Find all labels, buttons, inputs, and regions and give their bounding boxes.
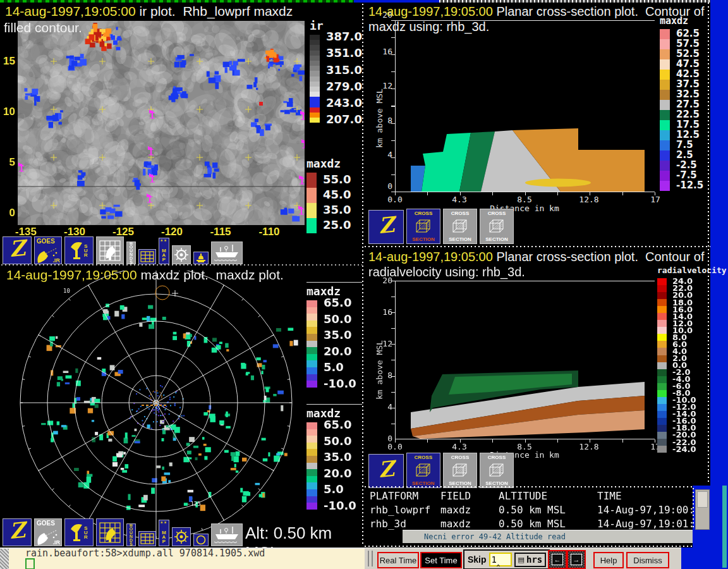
xsec-maxdz-title: 14-aug-1997,19:05:00 Planar cross-sectio…: [368, 4, 704, 19]
colorbar-value: -24.0: [672, 445, 696, 453]
colorbar-value: 35.0: [324, 451, 351, 463]
colorbar-ir: ir387.0351.0315.0279.0243.0207.0: [310, 19, 364, 32]
toolbar-button-buoy[interactable]: [193, 252, 209, 264]
toolbar-button-xsection[interactable]: CROSSSECTION: [443, 453, 477, 488]
toolbar-button-zlogo[interactable]: Z: [3, 518, 32, 546]
toolbar-button-xsection[interactable]: CROSSSECTION: [406, 453, 440, 488]
goes-ir-icon: GOES.IR: [35, 237, 61, 264]
ir-ytick: 15: [1, 55, 15, 68]
ir-xtick: -110: [255, 226, 284, 238]
zebra-logo-icon: Z: [8, 236, 27, 262]
step-forward-button[interactable]: →: [567, 550, 586, 569]
colorbar-value: 47.5: [676, 59, 700, 69]
help-button[interactable]: Help: [593, 552, 624, 568]
step-back-button[interactable]: ←: [548, 550, 567, 569]
window-border: [365, 246, 710, 247]
toolbar-button-zlogo[interactable]: Z: [368, 454, 404, 488]
toolbar-button-ship[interactable]: [211, 523, 243, 546]
real-time-button[interactable]: Real Time: [377, 552, 419, 568]
skip-label: Skip: [468, 554, 487, 565]
table-scrollbar[interactable]: [695, 489, 710, 530]
colorbar-value: 45.0: [323, 189, 351, 200]
cross-section-icon: CROSS: [488, 455, 506, 460]
bounds-icon: BOUNDS: [130, 242, 133, 264]
toolbar-button-sur[interactable]: SUR: [64, 518, 94, 546]
set-time-button[interactable]: Set Time: [420, 552, 462, 568]
grip[interactable]: [368, 551, 369, 566]
toolbar-button-ship[interactable]: [211, 242, 243, 264]
colorbar-scale: [660, 29, 670, 191]
toolbar-button-gear[interactable]: [172, 245, 191, 264]
panel-xsec-radialvelocity: 14-aug-1997,19:05:00 Planar cross-sectio…: [365, 248, 710, 486]
colorbar-value: 20.0: [324, 468, 351, 479]
skip-input-wrap: ^: [489, 553, 512, 566]
colorbar-value: 243.0: [326, 97, 362, 109]
ppi-label-topleft: 10: [63, 288, 70, 294]
terminal-window[interactable]: rain.beaufort:58>xdump.all 970814.1905.x…: [0, 548, 365, 569]
platform-table: PLATFORMFIELDALTITUDETIMErhb_lowprfmaxdz…: [370, 489, 689, 531]
colorbar-value: 12.5: [676, 130, 700, 140]
radar-ppi-display[interactable]: [6, 271, 301, 542]
colorbar-value: 35.0: [323, 204, 351, 216]
colorbar-maxdz-1: maxdz65.050.035.020.05.0-10.0: [306, 284, 363, 298]
panel-ppi-plot: 14-aug-1997,19:05:00 maxdz plot. maxdz p…: [0, 266, 364, 548]
terminal-resize-stipple[interactable]: [0, 549, 9, 569]
ir-title: 14-aug-1997,19:05:00 ir plot. Rhb_lowprf…: [5, 4, 293, 19]
cross-section-icon: CROSS: [451, 211, 469, 216]
toolbar-button-gridradar[interactable]: [96, 518, 124, 546]
toolbar-button-xsection[interactable]: CROSSSECTION: [480, 453, 514, 488]
toolbar-button-xsection[interactable]: CROSSSECTION: [443, 209, 477, 244]
toolbar-button-map[interactable]: ✶✶MAP: [159, 520, 169, 546]
toolbar-button-zlogo[interactable]: Z: [3, 236, 32, 264]
xsec-vel-buttons: ZCROSSSECTIONCROSSSECTIONCROSSSECTION: [368, 454, 514, 488]
toolbar-button-xsection[interactable]: CROSSSECTION: [480, 209, 514, 244]
terminal-prompt: rain.beaufort:58>xdump.all 970814.1905.x…: [25, 548, 265, 559]
ytick: 12: [377, 81, 392, 90]
toolbar-button-bounds[interactable]: BOUNDS: [126, 242, 136, 264]
table-row: rhb_lowprfmaxdz0.50 km MSL14-Aug-97,19:0…: [370, 503, 689, 517]
cross-section-icon: CROSS: [415, 211, 432, 216]
colorbar-value: 207.0: [326, 114, 362, 125]
left-arrow-icon: ←: [552, 554, 563, 565]
toolbar-button-gridradar[interactable]: [96, 236, 124, 264]
xtick: 4.3: [447, 195, 472, 204]
toolbar-button-gear[interactable]: [172, 527, 191, 546]
toolbar-button-goes[interactable]: GOES.IR: [34, 518, 62, 546]
xsec-maxdz-contours[interactable]: [395, 20, 655, 192]
colorbar-scale: [310, 35, 320, 123]
xsec-vel-contours[interactable]: [395, 281, 655, 439]
toolbar-button-grid[interactable]: [138, 249, 156, 264]
scrollbar-thumb[interactable]: [697, 491, 708, 508]
ytick: 4: [377, 150, 392, 159]
colorbar-value: 50.0: [324, 436, 351, 447]
ir-ytick: 5: [1, 156, 15, 169]
ppi-toolbar: ZGOES.IRSURBOUNDS✶✶MAP: [3, 517, 243, 546]
satellite-ir-image[interactable]: [18, 21, 305, 225]
desktop-right-strip: [710, 0, 728, 569]
toolbar-button-grid[interactable]: [138, 531, 156, 546]
ytick: 4: [377, 402, 392, 412]
toolbar-button-xsection[interactable]: CROSSSECTION: [406, 209, 440, 244]
colorbar-maxdz-2: maxdz65.050.035.020.05.0-10.0: [306, 407, 363, 420]
buoy-icon: [195, 253, 207, 263]
goes-ir-icon: GOES.IR: [35, 519, 61, 546]
colorbar-title: radialvelocity: [657, 266, 710, 275]
hrs-button[interactable]: ▤ hrs: [514, 553, 547, 567]
window-border: [362, 4, 363, 546]
grid-icon: [140, 251, 154, 262]
dismiss-button[interactable]: Dismiss: [626, 552, 669, 568]
toolbar-button-sur[interactable]: SUR: [64, 236, 94, 264]
toolbar-button-circle[interactable]: [193, 534, 209, 546]
xtick: 0.0: [382, 442, 408, 451]
window-border: [693, 488, 694, 529]
xsec-maxdz-title-line2: maxdz using: rhb_3d.: [368, 19, 489, 34]
toolbar-button-bounds[interactable]: BOUNDS: [126, 523, 136, 546]
zebra-logo-icon: Z: [377, 456, 396, 482]
colorbar-divider: [306, 282, 362, 283]
toolbar-button-goes[interactable]: GOES.IR: [34, 236, 62, 264]
colorbar-value: 42.5: [676, 70, 700, 79]
colorbar-value: 5.0: [324, 362, 344, 373]
ir-toolbar: ZGOES.IRSURBOUNDS✶✶MAP: [3, 236, 243, 264]
toolbar-button-zlogo[interactable]: Z: [368, 210, 404, 244]
toolbar-button-map[interactable]: ✶✶MAP: [159, 238, 169, 264]
